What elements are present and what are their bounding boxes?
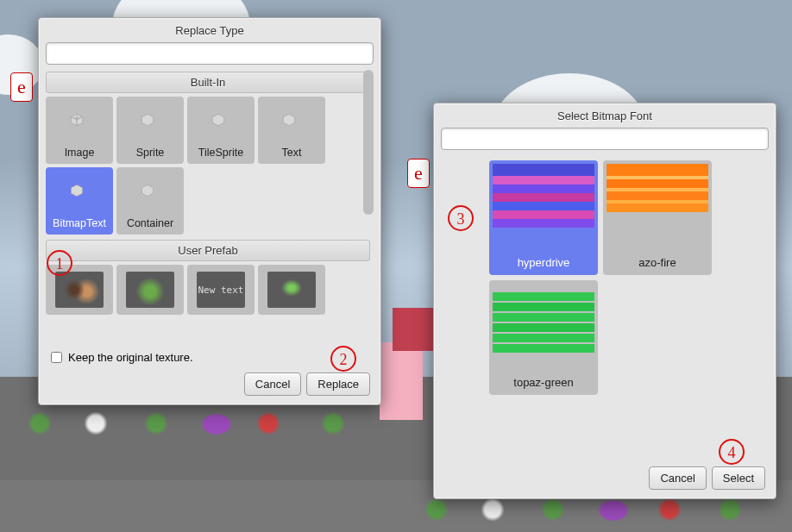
scrollbar-thumb[interactable] xyxy=(363,70,374,215)
type-tile-label: Image xyxy=(65,147,95,159)
bg-sprite xyxy=(539,496,567,523)
bg-block xyxy=(393,308,436,351)
prefab-thumbnail xyxy=(267,272,316,308)
section-header-userprefab: User Prefab xyxy=(46,240,370,261)
select-button[interactable]: Select xyxy=(712,466,765,490)
type-list-scroll[interactable]: Built-In Image Sprite xyxy=(46,70,374,344)
type-tile-text[interactable]: Text xyxy=(258,97,325,164)
keep-texture-row: Keep the original texture. xyxy=(46,344,374,367)
prefab-thumbnail xyxy=(126,272,174,308)
bg-letter-tile: e xyxy=(10,72,33,102)
prefab-tile[interactable] xyxy=(46,265,113,315)
type-tile-label: Sprite xyxy=(136,147,165,159)
bg-sprite xyxy=(82,410,110,437)
type-tile-image[interactable]: Image xyxy=(46,97,113,164)
object-icon xyxy=(139,183,161,202)
bg-sprite xyxy=(26,410,53,437)
bg-sprite xyxy=(255,410,282,437)
prefab-tile[interactable]: New text xyxy=(187,265,255,315)
font-preview xyxy=(489,160,598,253)
prefab-tile[interactable] xyxy=(116,265,184,315)
prefab-tile[interactable] xyxy=(258,265,325,315)
section-header-builtin: Built-In xyxy=(46,72,370,93)
bg-sprite xyxy=(198,411,235,437)
dialog-button-row: Cancel Replace xyxy=(46,367,374,397)
type-search-input[interactable] xyxy=(46,42,374,65)
keep-texture-label: Keep the original texture. xyxy=(68,351,193,364)
type-tile-label: TileSprite xyxy=(198,147,243,159)
bg-sprite xyxy=(479,496,506,523)
type-tile-label: Container xyxy=(127,217,173,229)
builtin-type-grid: Image Sprite TileSprite xyxy=(46,97,370,235)
replace-button[interactable]: Replace xyxy=(306,372,370,396)
font-tile-hyperdrive[interactable]: hyperdrive xyxy=(489,160,598,275)
keep-texture-checkbox[interactable] xyxy=(51,352,62,363)
replace-type-dialog: Replace Type Built-In Image xyxy=(38,17,381,405)
font-search-input[interactable] xyxy=(441,128,769,150)
cancel-button[interactable]: Cancel xyxy=(649,466,706,490)
font-tile-label: azo-fire xyxy=(603,253,712,275)
bg-sprite xyxy=(595,498,632,523)
dialog-title: Select Bitmap Font xyxy=(434,103,776,128)
font-grid: hyperdrive azo-fire topaz-green xyxy=(489,160,769,395)
cancel-button[interactable]: Cancel xyxy=(244,372,301,396)
bg-sprite xyxy=(142,410,170,437)
bg-sprite xyxy=(319,410,347,437)
font-tile-label: topaz-green xyxy=(489,373,598,395)
font-tile-azo-fire[interactable]: azo-fire xyxy=(603,160,712,275)
object-icon xyxy=(210,112,232,131)
bg-sprite xyxy=(423,496,450,523)
font-preview xyxy=(489,280,598,373)
font-list-scroll[interactable]: hyperdrive azo-fire topaz-green xyxy=(441,155,769,461)
bg-sprite xyxy=(656,496,683,523)
bg-sprite xyxy=(716,496,744,523)
font-tile-label: hyperdrive xyxy=(489,253,598,275)
type-tile-bitmaptext[interactable]: BitmapText xyxy=(46,167,113,235)
prefab-thumbnail: New text xyxy=(197,272,245,308)
type-tile-container[interactable]: Container xyxy=(116,167,184,235)
font-tile-topaz-green[interactable]: topaz-green xyxy=(489,280,598,395)
dialog-title: Replace Type xyxy=(39,18,380,42)
type-tile-label: Text xyxy=(282,147,302,159)
object-icon xyxy=(139,112,161,131)
type-tile-tilesprite[interactable]: TileSprite xyxy=(187,97,255,164)
object-icon xyxy=(68,183,91,202)
object-icon xyxy=(280,112,303,131)
prefab-thumbnail xyxy=(55,272,104,308)
select-bitmap-font-dialog: Select Bitmap Font hyperdrive azo-fire t… xyxy=(433,103,776,499)
bg-letter-tile: e xyxy=(407,159,430,188)
object-icon xyxy=(68,112,91,131)
type-tile-label: BitmapText xyxy=(53,217,106,229)
userprefab-grid: New text xyxy=(46,265,370,315)
type-tile-sprite[interactable]: Sprite xyxy=(116,97,184,164)
dialog-button-row: Cancel Select xyxy=(441,461,769,491)
font-preview xyxy=(603,160,712,253)
